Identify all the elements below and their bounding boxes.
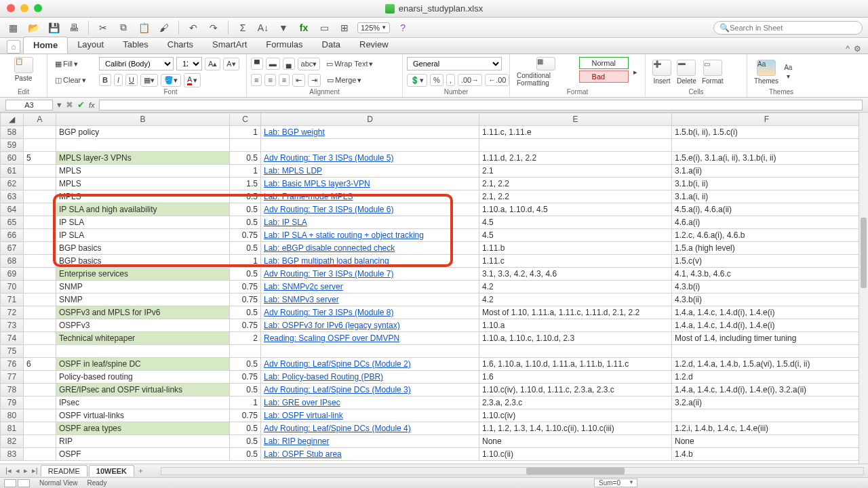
row-header[interactable]: 76 [1, 358, 24, 371]
align-left-icon[interactable]: ≡ [251, 74, 262, 86]
row-header[interactable]: 64 [1, 203, 24, 216]
row-header[interactable]: 79 [1, 396, 24, 409]
cell[interactable]: 1.10.a, 1.10.c, 1.10.d, 2.3 [479, 332, 672, 345]
cell[interactable]: 1.2.i, 1.4.b, 1.4.c, 1.4.e(iii) [672, 422, 862, 435]
cell[interactable] [24, 384, 56, 396]
show-icon[interactable]: ▭ [317, 20, 332, 35]
cell-link[interactable] [261, 139, 479, 152]
cell[interactable]: SNMP [56, 293, 230, 306]
cell-link[interactable]: Adv Routing: Leaf/Spine DCs (Module 3) [261, 384, 479, 396]
cell[interactable]: 1.5.e(i), 3.1.a(i, ii), 3.1.b(i, ii) [672, 152, 862, 165]
row-header[interactable]: 60 [1, 152, 24, 165]
cell[interactable] [672, 139, 862, 152]
cell[interactable] [24, 242, 56, 255]
grow-font-icon[interactable]: A▴ [205, 58, 220, 70]
bold-button[interactable]: B [99, 74, 111, 86]
cell[interactable]: IP SLA [56, 216, 230, 229]
maximize-icon[interactable] [34, 4, 42, 12]
cell-link[interactable]: Lab: SNMPv2c server [261, 281, 479, 293]
align-top-icon[interactable]: ▀ [251, 58, 263, 70]
cell[interactable] [672, 345, 862, 358]
row-header[interactable]: 70 [1, 281, 24, 293]
ribbon-collapse-icon[interactable]: ⌂ [7, 40, 20, 54]
copy-icon[interactable]: ⧉ [116, 20, 131, 35]
tab-last-icon[interactable]: ▸| [31, 466, 39, 475]
tab-prev-icon[interactable]: ◂ [14, 466, 21, 475]
name-box[interactable]: A3 [5, 100, 53, 110]
row-header[interactable]: 63 [1, 190, 24, 203]
cell-link[interactable]: Lab: OSPF virtual-link [261, 409, 479, 422]
cell[interactable]: 1.11.c, 1.11.e [479, 126, 672, 139]
cell[interactable]: 0.75 [230, 409, 261, 422]
cell[interactable]: Policy-based routing [56, 371, 230, 384]
cell[interactable]: 4.1, 4.3.b, 4.6.c [672, 268, 862, 281]
cell-link[interactable]: Lab: IP SLA + static routing + object tr… [261, 229, 479, 242]
format-button[interactable]: ▭Format [699, 56, 726, 88]
style-bad[interactable]: Bad [579, 70, 629, 83]
merge-button[interactable]: ▭ Merge ▾ [323, 74, 365, 87]
cell[interactable] [24, 306, 56, 319]
col-header-A[interactable]: A [24, 113, 56, 126]
cell[interactable]: 3.1.a(ii) [672, 165, 862, 178]
cell[interactable] [24, 319, 56, 332]
cell[interactable]: 1.1, 1.2, 1.3, 1.4, 1.10.c(ii), 1.10.c(i… [479, 422, 672, 435]
cell[interactable]: 1.4.a, 1.4.c, 1.4.d(i), 1.4.e(i) [672, 306, 862, 319]
cell[interactable]: 1.6, 1.10.a, 1.10.d, 1.11.a, 1.11.b, 1.1… [479, 358, 672, 371]
row-header[interactable]: 69 [1, 268, 24, 281]
cell[interactable] [479, 345, 672, 358]
cell[interactable]: 4.3.b(i) [672, 281, 862, 293]
cell[interactable] [24, 165, 56, 178]
row-header[interactable]: 72 [1, 306, 24, 319]
cell[interactable]: 0.5 [230, 216, 261, 229]
cell[interactable] [24, 409, 56, 422]
cell[interactable]: 1.6 [479, 371, 672, 384]
tab-formulas[interactable]: Formulas [256, 37, 312, 54]
cell[interactable] [24, 126, 56, 139]
style-normal[interactable]: Normal [579, 57, 629, 69]
fx-label[interactable]: fx [89, 101, 95, 109]
cell[interactable]: 0.75 [230, 319, 261, 332]
row-header[interactable]: 82 [1, 435, 24, 448]
cell[interactable]: 4.5 [479, 229, 672, 242]
cell[interactable] [24, 203, 56, 216]
cell[interactable]: None [479, 435, 672, 448]
redo-icon[interactable]: ↷ [206, 20, 221, 35]
orientation-icon[interactable]: abc▾ [298, 58, 321, 70]
row-header[interactable]: 78 [1, 384, 24, 396]
cell[interactable]: 1.4.a, 1.4.c, 1.4.d(i), 1.4.e(i), 3.2.a(… [672, 384, 862, 396]
cell[interactable]: 2.1, 2.2 [479, 190, 672, 203]
cell[interactable]: Enterprise services [56, 268, 230, 281]
cell[interactable]: 1.10.a [479, 319, 672, 332]
help-icon[interactable]: ? [395, 20, 410, 35]
col-header-B[interactable]: B [56, 113, 230, 126]
cell-link[interactable]: Adv Routing: Tier 3 ISPs (Module 6) [261, 203, 479, 216]
cell[interactable]: 1 [230, 126, 261, 139]
tab-review[interactable]: Review [350, 37, 398, 54]
cell[interactable]: 4.2 [479, 293, 672, 306]
cell-link[interactable]: Adv Routing: Tier 3 ISPs (Module 7) [261, 268, 479, 281]
cell[interactable] [56, 139, 230, 152]
cell[interactable] [24, 396, 56, 409]
cell[interactable]: 4.3.b(ii) [672, 293, 862, 306]
align-right-icon[interactable]: ≡ [279, 74, 290, 86]
vertical-scrollbar[interactable] [859, 113, 868, 464]
cell[interactable]: 2.1 [479, 165, 672, 178]
fx-icon[interactable]: fx [296, 20, 311, 35]
tab-smartart[interactable]: SmartArt [203, 37, 256, 54]
cell[interactable]: 1.2.d, 1.4.a, 1.4.b, 1.5.a(vi), 1.5.d(i,… [672, 358, 862, 371]
select-all-corner[interactable]: ◢ [1, 113, 24, 126]
undo-icon[interactable]: ↶ [186, 20, 201, 35]
chevron-down-icon[interactable]: ▾ [57, 100, 62, 110]
ribbon-expand-icon[interactable]: ^ [846, 44, 850, 54]
cell[interactable]: MPLS [56, 165, 230, 178]
cell[interactable]: 0.5 [230, 152, 261, 165]
tab-next-icon[interactable]: ▸ [22, 466, 29, 475]
border-button[interactable]: ▦▾ [140, 74, 158, 87]
cell[interactable]: MPLS [56, 178, 230, 190]
cell[interactable] [56, 345, 230, 358]
align-bot-icon[interactable]: ▄ [283, 58, 295, 70]
cell[interactable]: 4.5 [479, 216, 672, 229]
cell[interactable]: 0.75 [230, 281, 261, 293]
dec-decimal-icon[interactable]: ←.00 [485, 74, 509, 86]
cell[interactable]: 4.6.a(i) [672, 216, 862, 229]
